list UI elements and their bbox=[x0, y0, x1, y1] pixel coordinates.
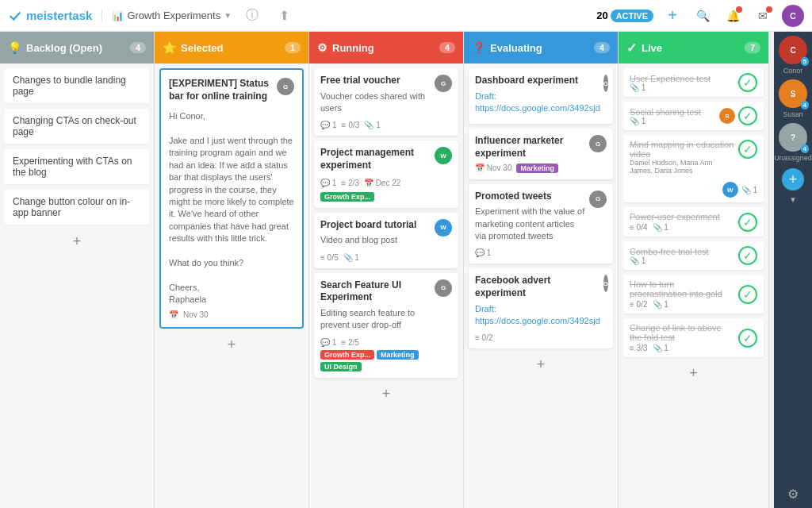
add-button[interactable]: + bbox=[661, 5, 684, 27]
notification-icon[interactable]: 🔔 bbox=[722, 5, 744, 27]
card-title: Dashboard experiment bbox=[475, 75, 600, 87]
topnav: meistertask 📊 Growth Experiments ▼ ⓘ ⬆ 2… bbox=[0, 0, 812, 32]
sidebar-bottom: ⚙ bbox=[787, 487, 799, 508]
user-avatar[interactable]: C bbox=[782, 5, 804, 27]
table-row[interactable]: Influencer marketer experiment 📅 Nov 30 … bbox=[469, 129, 613, 179]
user-task-count: 4 bbox=[801, 144, 809, 153]
card-title: User Experience test bbox=[630, 74, 733, 83]
expand-icon[interactable]: ▼ bbox=[789, 195, 797, 204]
comment-count: 💬 1 bbox=[320, 179, 336, 187]
logo-text: meistertask bbox=[26, 9, 92, 22]
table-row[interactable]: Facebook advert experiment Draft: https:… bbox=[469, 268, 613, 348]
attachment-count: 📎 1 bbox=[630, 256, 733, 265]
table-row[interactable]: How to turn procrastination into gold ≡ … bbox=[623, 275, 764, 314]
list-item[interactable]: Changes to bundle landing page bbox=[5, 68, 149, 104]
comment-count: 💬 1 bbox=[320, 121, 337, 129]
avatar: G bbox=[589, 190, 607, 208]
column-backlog: 💡 Backlog (Open) 4 Changes to bundle lan… bbox=[0, 32, 155, 508]
attachment-count: 📎 1 bbox=[653, 344, 668, 352]
add-card-button[interactable]: + bbox=[469, 353, 613, 376]
notif-dot bbox=[736, 6, 742, 13]
board-container: 💡 Backlog (Open) 4 Changes to bundle lan… bbox=[0, 32, 812, 508]
col-body-live: User Experience test 📎 1 ✓ Social sharin… bbox=[619, 64, 768, 508]
project-selector[interactable]: 📊 Growth Experiments ▼ bbox=[102, 10, 232, 21]
app-logo[interactable]: meistertask bbox=[8, 9, 92, 23]
column-live: ✓ Live 7 User Experience test 📎 1 ✓ Soci… bbox=[619, 32, 769, 508]
card-desc: Editing search feature to prevent user d… bbox=[320, 307, 431, 332]
checkmark-icon: ✓ bbox=[738, 246, 757, 265]
avatar: G bbox=[589, 135, 607, 152]
attachment-count: 📎 1 bbox=[741, 186, 757, 194]
add-card-button[interactable]: + bbox=[5, 230, 149, 253]
running-icon: ⚙ bbox=[317, 41, 327, 54]
table-row[interactable]: Search Feature UI Experiment Editing sea… bbox=[314, 273, 458, 378]
task-count: ≡ 2/3 bbox=[341, 179, 359, 187]
table-row[interactable]: [EXPERIMENT] Status bar for online train… bbox=[159, 68, 304, 329]
table-row[interactable]: Social sharing test 📎 1 S ✓ bbox=[623, 102, 764, 130]
user-name: Conor bbox=[783, 67, 803, 75]
table-row[interactable]: Promoted tweets Experiment with the valu… bbox=[469, 184, 613, 264]
table-row[interactable]: Project board tutorial Video and blog po… bbox=[314, 213, 458, 268]
card-date: 📅 Dec 22 bbox=[364, 179, 400, 187]
table-row[interactable]: Change of link to above the fold test ≡ … bbox=[623, 318, 764, 357]
avatar: G bbox=[277, 78, 294, 95]
checkmark-icon: ✓ bbox=[738, 106, 757, 125]
avatar[interactable]: ? 4 bbox=[779, 123, 807, 152]
comment-count: 💬 1 bbox=[320, 338, 336, 347]
tag: Growth Exp... bbox=[320, 192, 374, 202]
card-link: Draft: https://docs.google.com/3492sjd bbox=[475, 303, 600, 328]
sidebar-item-susan[interactable]: S 4 Susan bbox=[779, 79, 807, 118]
table-row[interactable]: Combo-free trial test 📎 1 ✓ bbox=[623, 241, 764, 270]
backlog-icon: 💡 bbox=[8, 41, 21, 54]
avatar: W bbox=[722, 182, 738, 198]
table-row[interactable]: Project management experiment W 💬 1 ≡ 2/… bbox=[314, 140, 458, 207]
add-user-button[interactable]: + bbox=[782, 168, 804, 190]
avatar[interactable]: C 5 bbox=[779, 36, 807, 64]
col-count-evaluating: 4 bbox=[594, 42, 610, 53]
user-name: Susan bbox=[783, 110, 803, 118]
list-item[interactable]: Experimenting with CTAs on the blog bbox=[5, 149, 149, 185]
checkmark-icon: ✓ bbox=[738, 213, 757, 232]
user-name: Unassigned bbox=[774, 154, 812, 162]
add-card-button[interactable]: + bbox=[623, 362, 764, 385]
card-title: Social sharing test bbox=[630, 107, 714, 117]
col-header-live: ✓ Live 7 bbox=[619, 32, 768, 64]
card-title: Free trial voucher bbox=[320, 75, 431, 87]
list-item[interactable]: Changing CTAs on check-out page bbox=[5, 109, 149, 144]
card-date: Nov 30 bbox=[183, 310, 209, 319]
sidebar-item-conor[interactable]: C 5 Conor bbox=[779, 36, 807, 75]
user-task-count: 4 bbox=[801, 101, 809, 110]
settings-icon[interactable]: ⚙ bbox=[787, 487, 799, 502]
info-icon[interactable]: ⓘ bbox=[241, 5, 263, 27]
card-title: [EXPERIMENT] Status bar for online train… bbox=[169, 78, 274, 102]
tag: Marketing bbox=[516, 164, 558, 173]
table-row[interactable]: Free trial voucher Voucher codes shared … bbox=[314, 68, 458, 136]
sidebar-item-unassigned[interactable]: ? 4 Unassigned bbox=[774, 123, 812, 162]
add-card-button[interactable]: + bbox=[314, 383, 458, 406]
list-item[interactable]: Change button colour on in-app banner bbox=[5, 190, 149, 225]
table-row[interactable]: Power-user experiment ≡ 0/4 📎 1 ✓ bbox=[623, 207, 764, 237]
table-row[interactable]: Dashboard experiment Draft: https://docs… bbox=[469, 68, 613, 124]
table-row[interactable]: User Experience test 📎 1 ✓ bbox=[623, 68, 764, 97]
topnav-actions: 20 ACTIVE + 🔍 🔔 ✉ C bbox=[596, 5, 804, 27]
card-desc: Video and blog post bbox=[320, 234, 431, 246]
col-count-selected: 1 bbox=[285, 42, 301, 53]
avatar: G bbox=[603, 75, 608, 92]
col-count-live: 7 bbox=[745, 42, 760, 53]
card-title: How to turn procrastination into gold bbox=[630, 279, 733, 298]
card-title: Change of link to above the fold test bbox=[630, 323, 733, 342]
table-row[interactable]: Mind mapping in education video Daniel H… bbox=[623, 135, 764, 202]
column-evaluating: ❓ Evaluating 4 Dashboard experiment Draf… bbox=[464, 32, 619, 508]
col-title-selected: Selected bbox=[181, 42, 223, 54]
active-users: 20 ACTIVE bbox=[596, 10, 653, 22]
export-icon[interactable]: ⬆ bbox=[273, 5, 295, 27]
avatar[interactable]: S 4 bbox=[779, 79, 807, 108]
task-count: ≡ 3/3 bbox=[630, 344, 648, 352]
card-title: Search Feature UI Experiment bbox=[320, 279, 431, 304]
message-icon[interactable]: ✉ bbox=[752, 5, 774, 27]
add-card-button[interactable]: + bbox=[159, 333, 304, 356]
search-icon[interactable]: 🔍 bbox=[691, 5, 714, 27]
attachment-count: 📎 1 bbox=[364, 121, 381, 129]
attachment-count: 📎 1 bbox=[630, 83, 733, 92]
col-body-backlog: Changes to bundle landing page Changing … bbox=[0, 64, 154, 508]
